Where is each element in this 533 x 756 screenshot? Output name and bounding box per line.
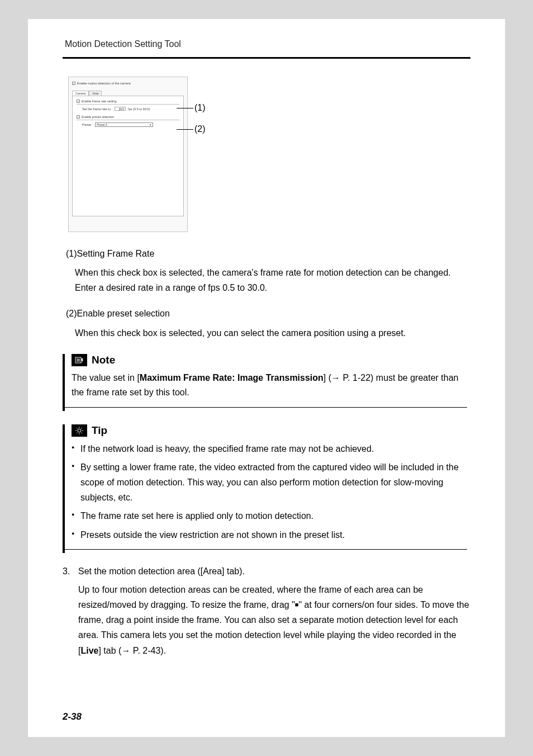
tab-camera[interactable]: Camera [72,91,89,96]
item2-heading: (2)Enable preset selection [66,306,470,321]
tip-rule [65,549,467,550]
checkbox-icon[interactable] [72,82,75,85]
tab-area[interactable]: Area [89,91,102,96]
item2-text: When this check box is selected, you can… [75,326,470,341]
preset-selected: Preset 2 [97,123,107,126]
tip-item: If the network load is heavy, the specif… [72,441,467,456]
item1-text: When this check box is selected, the cam… [75,266,470,295]
note-box: Note The value set in [Maximum Frame Rat… [63,354,467,411]
settings-screenshot: Enable motion detection of the camera Ca… [68,77,470,232]
callout-2: (2) [194,124,206,134]
preset-label: Preset : [82,123,93,126]
tip-icon [72,424,87,437]
step-3-body: Up to four motion detection areas can be… [78,582,470,658]
step-title: Set the motion detection area ([Area] ta… [78,566,245,577]
panel: Enable motion detection of the camera Ca… [68,77,188,232]
tab-body: Enable frame rate setting Set the frame … [72,96,184,216]
step-number: 3. [63,566,73,577]
tip-title: Tip [92,424,107,437]
preset-header: Enable preset selection [82,115,114,119]
tip-item: The frame rate set here is applied only … [72,508,467,523]
page-number: 2-38 [63,711,82,722]
note-rule [65,407,467,408]
preset-dropdown[interactable]: Preset 2 ▾ [95,122,153,127]
checkbox-icon[interactable] [77,115,80,119]
note-icon [72,354,87,366]
tip-box: Tip If the network load is heavy, the sp… [63,424,467,553]
checkbox-icon[interactable] [77,100,80,103]
enable-detection-row: Enable motion detection of the camera [72,82,184,85]
page-header: Motion Detection Setting Tool [65,39,470,49]
item1-heading: (1)Setting Frame Rate [66,247,470,261]
callout-1: (1) [194,103,206,113]
framerate-input[interactable]: 30.0 [115,107,126,111]
note-title: Note [92,354,115,366]
tip-item: By setting a lower frame rate, the video… [72,460,467,505]
framerate-unit: fps (0.5 to 30.0) [128,107,150,111]
tip-item: Presets outside the view restriction are… [72,527,467,542]
chevron-down-icon: ▾ [150,123,151,126]
step-3-heading: 3. Set the motion detection area ([Area]… [63,566,470,577]
header-rule [63,57,470,59]
leader-line-2 [177,129,193,130]
tip-list: If the network load is heavy, the specif… [72,441,467,542]
tabs: Camera Area [72,91,184,96]
leader-line-1 [177,108,193,108]
enable-detection-label: Enable motion detection of the camera [77,82,131,85]
note-text: The value set in [Maximum Frame Rate: Im… [72,371,467,400]
square-icon: ■ [295,601,299,608]
preset-section: Enable preset selection Preset : Preset … [77,115,179,127]
framerate-label: Set the frame rate to : [82,107,112,111]
framerate-header: Enable frame rate setting [82,100,117,103]
framerate-section: Enable frame rate setting Set the frame … [77,100,179,111]
